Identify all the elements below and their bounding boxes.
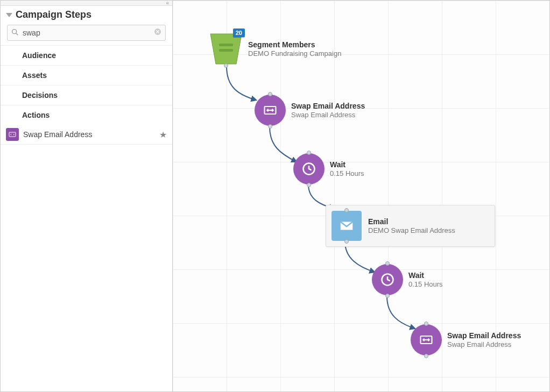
search-input[interactable] bbox=[19, 28, 153, 37]
node-title: Wait bbox=[330, 160, 364, 169]
node-subtitle: Swap Email Address bbox=[291, 111, 365, 119]
node-subtitle: 0.15 Hours bbox=[330, 169, 364, 177]
category-assets[interactable]: Assets bbox=[1, 65, 172, 85]
node-title: Wait bbox=[408, 271, 443, 280]
segment-count-badge: 20 bbox=[233, 28, 245, 37]
chevron-left-icon: « bbox=[166, 1, 169, 6]
node-title: Email bbox=[368, 217, 455, 226]
swap-email-icon bbox=[255, 95, 286, 126]
node-subtitle: Swap Email Address bbox=[447, 340, 521, 348]
category-actions[interactable]: Actions bbox=[1, 105, 172, 125]
category-audience[interactable]: Audience bbox=[1, 45, 172, 65]
node-title: Segment Members bbox=[248, 40, 341, 49]
svg-rect-5 bbox=[219, 49, 233, 52]
node-title: Swap Email Address bbox=[291, 102, 365, 110]
node-swap-email-2[interactable]: Swap Email Address Swap Email Address bbox=[411, 324, 521, 355]
node-wait-2[interactable]: Wait 0.15 Hours bbox=[372, 264, 443, 295]
node-subtitle: DEMO Fundraising Campaign bbox=[248, 49, 341, 58]
node-subtitle: 0.15 Hours bbox=[408, 280, 443, 288]
app-root: « Campaign Steps Audience Assets Decisio… bbox=[0, 0, 550, 392]
category-decisions[interactable]: Decisions bbox=[1, 85, 172, 105]
step-swap-email-address[interactable]: Swap Email Address ★ bbox=[1, 125, 172, 145]
favorite-star-icon[interactable]: ★ bbox=[159, 130, 167, 140]
clock-icon bbox=[372, 264, 403, 295]
search-icon bbox=[11, 28, 19, 38]
clock-icon bbox=[293, 153, 325, 184]
svg-rect-3 bbox=[9, 132, 16, 137]
node-wait-1[interactable]: Wait 0.15 Hours bbox=[293, 153, 364, 184]
search-box bbox=[7, 25, 166, 41]
email-icon bbox=[332, 211, 362, 241]
node-segment-members[interactable]: 20 Segment Members DEMO Fundraising Camp… bbox=[209, 33, 341, 65]
node-swap-email-1[interactable]: Swap Email Address Swap Email Address bbox=[255, 95, 365, 126]
sidebar-panel: « Campaign Steps Audience Assets Decisio… bbox=[1, 1, 173, 391]
panel-header[interactable]: Campaign Steps bbox=[1, 6, 172, 25]
campaign-canvas[interactable]: 20 Segment Members DEMO Fundraising Camp… bbox=[173, 1, 549, 391]
step-label: Swap Email Address bbox=[23, 130, 155, 139]
panel-title: Campaign Steps bbox=[16, 9, 91, 20]
node-email[interactable]: Email DEMO Swap Email Address bbox=[326, 205, 495, 247]
disclosure-triangle-icon bbox=[6, 13, 12, 17]
swap-email-icon bbox=[6, 128, 19, 141]
node-subtitle: DEMO Swap Email Address bbox=[368, 226, 455, 234]
svg-point-0 bbox=[12, 29, 17, 33]
swap-email-icon bbox=[411, 324, 442, 355]
svg-line-1 bbox=[16, 33, 18, 35]
node-title: Swap Email Address bbox=[447, 331, 521, 340]
search-clear-button[interactable] bbox=[153, 27, 162, 38]
svg-rect-4 bbox=[219, 44, 233, 46]
segment-bucket-icon: 20 bbox=[209, 33, 243, 65]
sidebar-collapse-handle[interactable]: « bbox=[1, 1, 172, 6]
